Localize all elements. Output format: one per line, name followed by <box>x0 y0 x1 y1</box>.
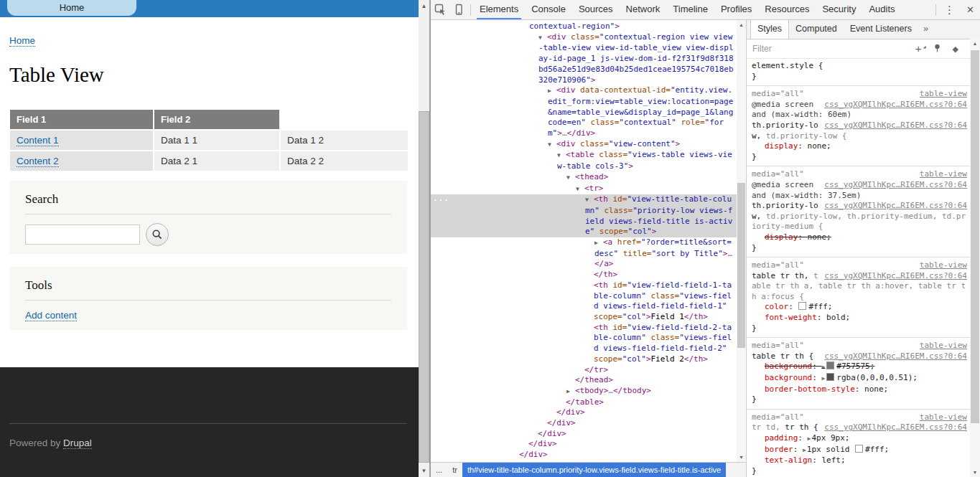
color-format-icon[interactable]: ◆ <box>947 41 964 57</box>
stylesheet-link[interactable]: table-view <box>920 89 967 100</box>
elements-scrollbar[interactable]: ▲ ▼ <box>737 20 746 462</box>
scroll-down-arrow-icon[interactable]: ▼ <box>737 453 746 462</box>
dom-tree-node[interactable]: <th id="view-field-field-2-table-column"… <box>431 323 737 365</box>
expand-shorthand-icon[interactable]: ▶ <box>808 435 811 442</box>
toggle-element-state-icon[interactable] <box>928 41 947 57</box>
css-declaration[interactable]: display: none; <box>752 232 967 243</box>
page-scrollbar-thumb[interactable] <box>419 111 429 463</box>
dom-tree-node[interactable]: </div> <box>431 450 737 461</box>
dom-tree-node[interactable]: ▼<thead> <box>431 172 737 184</box>
breadcrumb-home-link[interactable]: Home <box>9 35 35 47</box>
devtools-tab-profiles[interactable]: Profiles <box>714 0 758 19</box>
search-button[interactable] <box>146 223 169 246</box>
stylesheet-link[interactable]: css_ygXQMIlhKpc…RI6EM.css?0:64 <box>824 271 967 282</box>
more-tabs-icon[interactable]: » <box>918 20 933 39</box>
dom-tree-node[interactable]: <th id="view-field-field-1-table-column"… <box>431 280 737 323</box>
css-declaration[interactable]: color: #fff; <box>752 302 967 313</box>
stylesheet-link[interactable]: table-view <box>920 412 967 423</box>
scroll-up-arrow-icon[interactable]: ▲ <box>419 0 429 12</box>
expand-arrow-icon[interactable]: ▼ <box>548 140 556 151</box>
dom-tree-node[interactable]: ▼<div class="contextual-region view view… <box>431 32 737 86</box>
color-swatch[interactable] <box>826 373 834 381</box>
expand-arrow-icon[interactable]: ▼ <box>576 184 584 195</box>
dom-breadcrumb-item[interactable]: th#view-title-table-column.priority-low.… <box>462 463 726 477</box>
stylesheet-link[interactable]: table-view <box>920 169 967 180</box>
page-scrollbar[interactable]: ▲ ▼ <box>419 0 429 477</box>
stylesheet-link[interactable]: css_ygXQMIlhKpc…RI6EM.css?0:64 <box>824 100 967 110</box>
content-link[interactable]: Content 1 <box>17 135 59 146</box>
devtools-tab-network[interactable]: Network <box>620 0 667 19</box>
sidebar-tab-computed[interactable]: Computed <box>789 20 844 39</box>
stylesheet-link[interactable]: css_ygXQMIlhKpc…RI6EM.css?0:64 <box>824 422 967 433</box>
dom-tree-node[interactable]: </div> <box>431 407 737 418</box>
devtools-tab-console[interactable]: Console <box>525 0 572 19</box>
css-declaration[interactable]: font-weight: bold; <box>752 313 967 323</box>
dom-tree-node[interactable]: </div> <box>431 418 737 429</box>
sidebar-tab-styles[interactable]: Styles <box>750 20 789 39</box>
dom-tree-node[interactable]: </div> <box>431 429 737 440</box>
dom-breadcrumb-item[interactable]: tr <box>447 463 462 477</box>
add-content-link[interactable]: Add content <box>25 310 77 321</box>
expand-arrow-icon[interactable]: ▼ <box>585 195 594 206</box>
dom-tree-node[interactable]: </tr> <box>431 365 737 376</box>
content-link[interactable]: Content 2 <box>17 156 59 167</box>
dom-breadcrumb-item[interactable]: ... <box>431 463 447 477</box>
dom-tree-node[interactable]: </thead> <box>431 375 737 386</box>
filter-input[interactable]: Filter <box>752 44 772 54</box>
css-declaration[interactable]: background: ▶rgba(0,0,0,0.51); <box>752 373 967 384</box>
dom-tree-node[interactable]: ▶<tbody>…</tbody> <box>431 386 737 397</box>
dom-tree-node[interactable]: ▼<div class="view-content"> <box>431 139 737 151</box>
dom-tree-node[interactable]: contextual-region"> <box>431 22 737 32</box>
css-declaration[interactable]: display: none; <box>752 141 967 152</box>
stylesheet-link[interactable]: css_ygXQMIlhKpc…RI6EM.css?0:64 <box>824 180 967 191</box>
css-declaration[interactable]: border-bottom-style: none; <box>752 384 967 395</box>
expand-shorthand-icon[interactable]: ▶ <box>821 375 825 382</box>
stylesheet-link[interactable]: table-view <box>920 260 967 271</box>
dom-tree-node[interactable]: </table> <box>431 397 737 408</box>
collapse-arrow-icon[interactable]: ▶ <box>548 86 556 97</box>
devtools-tab-timeline[interactable]: Timeline <box>666 0 714 19</box>
device-toolbar-icon[interactable] <box>449 1 468 19</box>
close-devtools-icon[interactable]: ✕ <box>961 1 980 19</box>
search-input[interactable] <box>25 225 140 245</box>
devtools-tab-elements[interactable]: Elements <box>473 0 525 19</box>
css-declaration[interactable]: background: ▶#757575; <box>752 362 967 373</box>
sidebar-tab-event-listeners[interactable]: Event Listeners <box>844 20 918 39</box>
color-swatch[interactable] <box>855 445 863 453</box>
styles-scrollbar[interactable]: ▲ ▼ <box>970 39 980 477</box>
devtools-tab-resources[interactable]: Resources <box>758 0 816 19</box>
expand-arrow-icon[interactable]: ▼ <box>557 151 566 161</box>
devtools-tab-sources[interactable]: Sources <box>572 0 620 19</box>
devtools-tab-security[interactable]: Security <box>816 0 862 19</box>
expand-shorthand-icon[interactable]: ▶ <box>803 447 806 453</box>
inspect-element-icon[interactable] <box>431 1 449 19</box>
collapse-arrow-icon[interactable]: ▶ <box>594 238 603 249</box>
scroll-up-arrow-icon[interactable]: ▲ <box>970 39 980 48</box>
stylesheet-link[interactable]: table-view <box>920 341 967 351</box>
elements-scrollbar-thumb[interactable] <box>737 183 745 348</box>
css-declaration[interactable]: text-align: left; <box>752 455 967 466</box>
color-swatch[interactable] <box>798 302 806 310</box>
devtools-tab-audits[interactable]: Audits <box>862 0 901 19</box>
css-declaration[interactable]: padding: ▶4px 9px; <box>752 433 967 445</box>
styles-scrollbar-thumb[interactable] <box>971 50 979 423</box>
dom-tree-node[interactable]: </th> <box>431 270 737 280</box>
scroll-down-arrow-icon[interactable]: ▼ <box>419 465 429 477</box>
expand-arrow-icon[interactable]: ▼ <box>566 173 575 184</box>
collapse-arrow-icon[interactable]: ▶ <box>566 387 575 397</box>
stylesheet-link[interactable]: css_ygXQMIlhKpc…RI6EM.css?0:64 <box>824 121 967 131</box>
main-menu-tab-home[interactable]: Home <box>7 0 136 16</box>
dom-tree-node[interactable]: ▼<tr> <box>431 184 737 195</box>
drupal-link[interactable]: Drupal <box>63 438 92 449</box>
expand-arrow-icon[interactable]: ▼ <box>538 33 547 44</box>
dom-tree-node[interactable]: ▶<a href="?order=title&sort=desc" title=… <box>431 237 737 270</box>
stylesheet-link[interactable]: css_ygXQMIlhKpc…RI6EM.css?0:64 <box>824 351 967 362</box>
expand-shorthand-icon[interactable]: ▶ <box>821 364 825 370</box>
dom-tree-node[interactable]: ▼<table class="views-table views-view-ta… <box>431 150 737 171</box>
dom-tree-node[interactable]: ...▼<th id="view-title-table-column" cla… <box>431 194 737 237</box>
css-declaration[interactable]: border: ▶1px solid #fff; <box>752 445 967 456</box>
overflow-menu-icon[interactable]: ⋮ <box>938 1 961 19</box>
dom-tree-node[interactable]: </div> <box>431 439 737 450</box>
scroll-down-arrow-icon[interactable]: ▼ <box>970 468 980 477</box>
scroll-up-arrow-icon[interactable]: ▲ <box>737 20 746 29</box>
